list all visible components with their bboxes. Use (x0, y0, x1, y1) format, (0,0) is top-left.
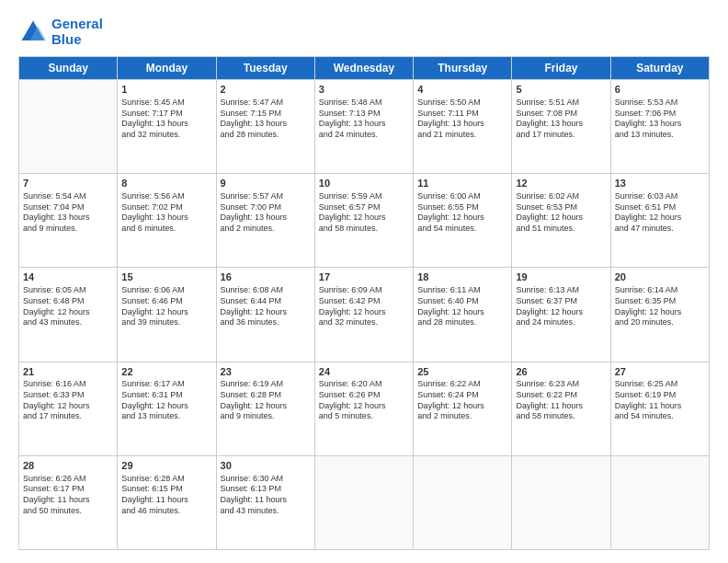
calendar-cell: 14Sunrise: 6:05 AM Sunset: 6:48 PM Dayli… (19, 268, 118, 362)
calendar-cell: 26Sunrise: 6:23 AM Sunset: 6:22 PM Dayli… (512, 362, 610, 455)
day-number: 25 (417, 365, 507, 379)
day-number: 26 (516, 365, 606, 379)
day-number: 21 (23, 365, 113, 379)
day-number: 17 (319, 270, 409, 284)
calendar-cell: 19Sunrise: 6:13 AM Sunset: 6:37 PM Dayli… (512, 268, 610, 362)
day-info: Sunrise: 6:08 AM Sunset: 6:44 PM Dayligh… (221, 285, 311, 328)
day-number: 23 (221, 365, 311, 379)
weekday-saturday: Saturday (610, 57, 709, 80)
day-info: Sunrise: 6:20 AM Sunset: 6:26 PM Dayligh… (319, 379, 409, 422)
day-number: 6 (615, 83, 705, 97)
calendar-cell: 23Sunrise: 6:19 AM Sunset: 6:28 PM Dayli… (216, 362, 314, 455)
calendar-cell (414, 455, 512, 549)
weekday-tuesday: Tuesday (216, 57, 314, 80)
calendar-cell: 22Sunrise: 6:17 AM Sunset: 6:31 PM Dayli… (118, 362, 216, 455)
day-number: 15 (121, 270, 211, 284)
week-row-2: 7Sunrise: 5:54 AM Sunset: 7:04 PM Daylig… (19, 174, 710, 268)
day-number: 5 (516, 83, 606, 97)
day-number: 14 (23, 270, 113, 284)
calendar-table: SundayMondayTuesdayWednesdayThursdayFrid… (18, 56, 710, 550)
weekday-header-row: SundayMondayTuesdayWednesdayThursdayFrid… (19, 57, 710, 80)
day-info: Sunrise: 6:09 AM Sunset: 6:42 PM Dayligh… (319, 285, 409, 328)
calendar-cell: 7Sunrise: 5:54 AM Sunset: 7:04 PM Daylig… (19, 174, 118, 268)
day-info: Sunrise: 6:25 AM Sunset: 6:19 PM Dayligh… (615, 379, 705, 422)
day-info: Sunrise: 5:56 AM Sunset: 7:02 PM Dayligh… (121, 191, 211, 235)
day-info: Sunrise: 6:26 AM Sunset: 6:17 PM Dayligh… (23, 474, 113, 517)
calendar-cell: 3Sunrise: 5:48 AM Sunset: 7:13 PM Daylig… (314, 80, 413, 174)
calendar-cell: 11Sunrise: 6:00 AM Sunset: 6:55 PM Dayli… (414, 174, 512, 268)
day-number: 18 (417, 270, 507, 284)
weekday-sunday: Sunday (19, 57, 118, 80)
day-number: 22 (121, 365, 211, 379)
day-info: Sunrise: 6:28 AM Sunset: 6:15 PM Dayligh… (121, 474, 211, 517)
calendar-cell (314, 455, 413, 549)
calendar-cell: 5Sunrise: 5:51 AM Sunset: 7:08 PM Daylig… (512, 80, 610, 174)
calendar-cell: 21Sunrise: 6:16 AM Sunset: 6:33 PM Dayli… (19, 362, 118, 455)
calendar-cell (19, 80, 118, 174)
day-number: 2 (221, 83, 311, 97)
weekday-friday: Friday (512, 57, 610, 80)
week-row-3: 14Sunrise: 6:05 AM Sunset: 6:48 PM Dayli… (19, 268, 710, 362)
day-number: 24 (319, 365, 409, 379)
day-number: 19 (516, 270, 606, 284)
day-number: 4 (417, 83, 507, 97)
day-info: Sunrise: 6:02 AM Sunset: 6:53 PM Dayligh… (516, 191, 606, 235)
calendar-cell: 17Sunrise: 6:09 AM Sunset: 6:42 PM Dayli… (314, 268, 413, 362)
day-info: Sunrise: 6:19 AM Sunset: 6:28 PM Dayligh… (221, 379, 311, 422)
day-info: Sunrise: 5:47 AM Sunset: 7:15 PM Dayligh… (221, 98, 311, 141)
day-info: Sunrise: 6:14 AM Sunset: 6:35 PM Dayligh… (615, 285, 705, 328)
calendar-cell: 20Sunrise: 6:14 AM Sunset: 6:35 PM Dayli… (610, 268, 709, 362)
day-number: 29 (121, 459, 211, 473)
logo-text: General Blue (51, 17, 103, 47)
day-number: 11 (417, 177, 507, 190)
day-info: Sunrise: 6:30 AM Sunset: 6:13 PM Dayligh… (221, 474, 311, 517)
day-info: Sunrise: 6:05 AM Sunset: 6:48 PM Dayligh… (23, 285, 113, 328)
day-info: Sunrise: 5:45 AM Sunset: 7:17 PM Dayligh… (121, 98, 211, 141)
day-info: Sunrise: 6:06 AM Sunset: 6:46 PM Dayligh… (121, 285, 211, 328)
calendar-cell: 18Sunrise: 6:11 AM Sunset: 6:40 PM Dayli… (414, 268, 512, 362)
day-info: Sunrise: 5:54 AM Sunset: 7:04 PM Dayligh… (23, 191, 113, 235)
day-info: Sunrise: 6:03 AM Sunset: 6:51 PM Dayligh… (615, 191, 705, 235)
day-number: 7 (23, 177, 113, 190)
day-number: 12 (516, 177, 606, 190)
page: General Blue SundayMondayTuesdayWednesda… (0, 0, 728, 563)
day-info: Sunrise: 5:59 AM Sunset: 6:57 PM Dayligh… (319, 191, 409, 235)
calendar-cell (610, 455, 709, 549)
day-number: 13 (615, 177, 705, 190)
calendar-cell: 28Sunrise: 6:26 AM Sunset: 6:17 PM Dayli… (19, 455, 118, 549)
day-number: 3 (319, 83, 409, 97)
day-info: Sunrise: 5:57 AM Sunset: 7:00 PM Dayligh… (221, 191, 311, 235)
calendar-cell: 4Sunrise: 5:50 AM Sunset: 7:11 PM Daylig… (414, 80, 512, 174)
calendar-cell: 10Sunrise: 5:59 AM Sunset: 6:57 PM Dayli… (314, 174, 413, 268)
week-row-4: 21Sunrise: 6:16 AM Sunset: 6:33 PM Dayli… (19, 362, 710, 455)
week-row-5: 28Sunrise: 6:26 AM Sunset: 6:17 PM Dayli… (19, 455, 710, 549)
day-info: Sunrise: 6:11 AM Sunset: 6:40 PM Dayligh… (417, 285, 507, 328)
week-row-1: 1Sunrise: 5:45 AM Sunset: 7:17 PM Daylig… (19, 80, 710, 174)
calendar-cell: 27Sunrise: 6:25 AM Sunset: 6:19 PM Dayli… (610, 362, 709, 455)
day-info: Sunrise: 6:13 AM Sunset: 6:37 PM Dayligh… (516, 285, 606, 328)
calendar-cell: 29Sunrise: 6:28 AM Sunset: 6:15 PM Dayli… (118, 455, 216, 549)
day-info: Sunrise: 5:51 AM Sunset: 7:08 PM Dayligh… (516, 98, 606, 141)
day-info: Sunrise: 6:23 AM Sunset: 6:22 PM Dayligh… (516, 379, 606, 422)
day-info: Sunrise: 6:17 AM Sunset: 6:31 PM Dayligh… (121, 379, 211, 422)
calendar-cell: 12Sunrise: 6:02 AM Sunset: 6:53 PM Dayli… (512, 174, 610, 268)
day-number: 20 (615, 270, 705, 284)
calendar-cell: 6Sunrise: 5:53 AM Sunset: 7:06 PM Daylig… (610, 80, 709, 174)
day-info: Sunrise: 5:50 AM Sunset: 7:11 PM Dayligh… (417, 98, 507, 141)
logo: General Blue (18, 17, 103, 47)
day-info: Sunrise: 5:48 AM Sunset: 7:13 PM Dayligh… (319, 98, 409, 141)
day-number: 9 (221, 177, 311, 190)
calendar-cell: 16Sunrise: 6:08 AM Sunset: 6:44 PM Dayli… (216, 268, 314, 362)
weekday-thursday: Thursday (414, 57, 512, 80)
day-number: 16 (221, 270, 311, 284)
day-number: 27 (615, 365, 705, 379)
day-number: 8 (121, 177, 211, 190)
weekday-wednesday: Wednesday (314, 57, 413, 80)
calendar-cell: 25Sunrise: 6:22 AM Sunset: 6:24 PM Dayli… (414, 362, 512, 455)
day-number: 1 (121, 83, 211, 97)
calendar-cell: 9Sunrise: 5:57 AM Sunset: 7:00 PM Daylig… (216, 174, 314, 268)
calendar-cell: 24Sunrise: 6:20 AM Sunset: 6:26 PM Dayli… (314, 362, 413, 455)
day-number: 28 (23, 459, 113, 473)
header: General Blue (18, 17, 710, 47)
weekday-monday: Monday (118, 57, 216, 80)
